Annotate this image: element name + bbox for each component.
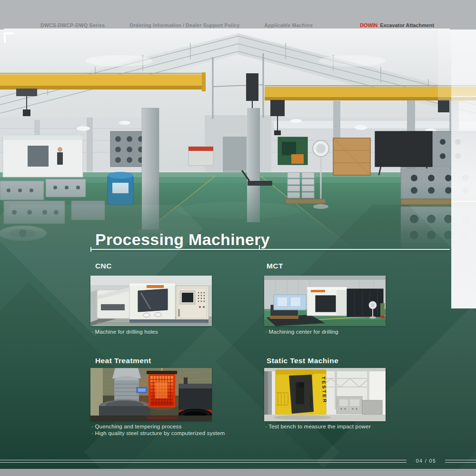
nav-separator: ·: [251, 22, 253, 28]
mct-machine-photo: [264, 276, 386, 326]
photo-caption: · High quality steel structure by comput…: [91, 430, 225, 436]
nav-item-series[interactable]: DWCS-DWCP-DWQ Series: [40, 22, 105, 28]
underline-tick: [259, 245, 260, 250]
section-title-mct: MCT: [267, 262, 283, 270]
header-divider: [4, 29, 450, 30]
title-underline: [90, 249, 450, 250]
bottom-page-margin: [0, 469, 476, 476]
strip-line: [451, 201, 476, 202]
header-nav: DWCS-DWCP-DWQ Series · Ordering Informat…: [40, 21, 313, 29]
section-title-heat-treatment: Heat Treatment: [95, 357, 151, 365]
section-title-static-test: Static Test Machine: [267, 357, 338, 365]
nav-item-ordering-info[interactable]: Ordering Information / Dealer Support Po…: [129, 22, 240, 28]
footer-rule-right: [445, 460, 476, 463]
green-panel: [0, 252, 476, 469]
nav-item-applicable-machine[interactable]: Applicable Machine: [264, 22, 313, 28]
strip-line: [451, 96, 476, 97]
brand-logo: DOWIN Excavator Attachment: [360, 21, 434, 29]
heat-treatment-photo: [90, 368, 212, 421]
section-title-cnc: CNC: [95, 262, 112, 270]
photo-caption: · Machining center for drilling: [265, 328, 338, 335]
right-accent-strip: [451, 30, 476, 308]
cnc-machine-far-left: [3, 135, 83, 177]
cnc-machine-photo: [90, 276, 212, 326]
photo-caption-group: · Quenching and tempering process · High…: [91, 423, 225, 436]
page-number: 04 / 05: [408, 458, 444, 464]
underline-tick: [90, 247, 91, 252]
brand-name: DOWIN: [360, 22, 377, 28]
footer-rule-left: [0, 460, 407, 463]
frosted-accent-block: [438, 30, 451, 101]
page-title: Processing Machinery: [95, 230, 270, 249]
static-test-machine-photo: TESTER: [264, 368, 386, 421]
photo-caption: · Machine for drilling holes: [91, 328, 158, 335]
wooden-crate: [333, 138, 370, 175]
photo-caption: · Test bench to measure the impact power: [265, 423, 371, 430]
nav-separator: ·: [116, 22, 118, 28]
brand-suffix: Excavator Attachment: [380, 22, 434, 28]
photo-corner-mark: [4, 32, 13, 43]
photo-caption: · Quenching and tempering process: [91, 423, 225, 430]
